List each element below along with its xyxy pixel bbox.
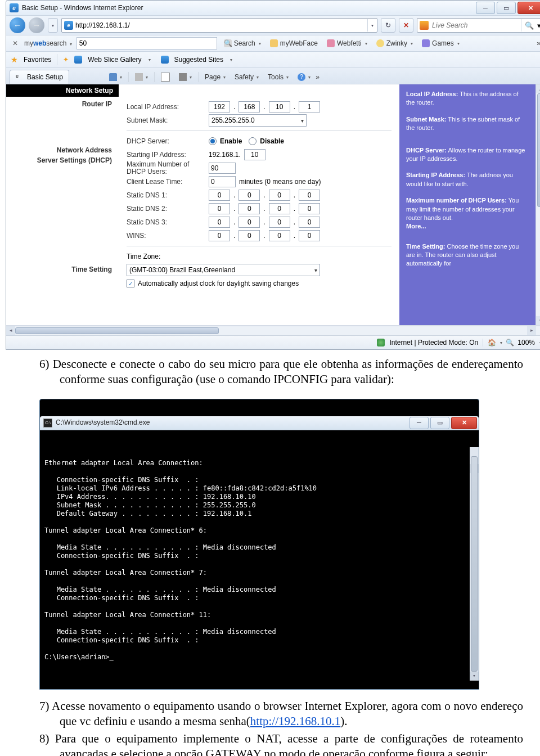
dns3-c[interactable]	[269, 217, 290, 228]
search-dropdown[interactable]: ▾	[537, 21, 540, 30]
toolbar-close-button[interactable]: ✕	[11, 39, 20, 47]
tb-search[interactable]: 🔍Search▾	[222, 39, 263, 47]
tb-webfetti[interactable]: Webfetti▾	[325, 39, 370, 47]
url-dropdown-icon[interactable]: ▾	[367, 19, 377, 32]
scroll-up-button[interactable]: ▴	[536, 84, 540, 93]
cmd-maximize[interactable]: ▭	[430, 417, 449, 429]
mws-search-input[interactable]	[76, 37, 217, 50]
print-button[interactable]: ▾	[175, 70, 196, 84]
dns3-a[interactable]	[209, 217, 230, 228]
minimize-button[interactable]: ─	[476, 2, 495, 14]
dns1-b[interactable]	[238, 190, 260, 201]
window-title: Basic Setup - Windows Internet Explorer	[22, 4, 476, 12]
safety-menu[interactable]: Safety▾	[231, 70, 263, 84]
search-go-button[interactable]: 🔍	[521, 19, 537, 32]
mail-button[interactable]	[157, 70, 174, 84]
dns3-label: Static DNS 3:	[127, 218, 205, 226]
zoom-icon[interactable]: 🔍	[506, 339, 514, 346]
cmd-scrollbar[interactable]: ▴ ▾	[470, 447, 479, 681]
wins-a[interactable]	[209, 230, 230, 241]
ip-octet-1[interactable]	[209, 101, 230, 112]
horizontal-scrollbar[interactable]: ◂ ▸	[6, 326, 540, 335]
search-provider-icon	[420, 21, 429, 30]
tb-mywebface[interactable]: myWebFace	[268, 39, 320, 47]
toolbar-overflow-button[interactable]: »	[537, 39, 540, 47]
favorites-star-icon[interactable]: ★	[11, 55, 18, 64]
tb-zwinky[interactable]: Zwinky▾	[374, 39, 415, 47]
wins-b[interactable]	[238, 230, 260, 241]
cmd-minimize[interactable]: ─	[410, 417, 429, 429]
help-button[interactable]: ?▾	[294, 70, 314, 84]
dst-checkbox[interactable]: ✓	[127, 280, 134, 287]
stop-button[interactable]: ✕	[399, 18, 413, 33]
dns2-label: Static DNS 2:	[127, 205, 205, 213]
tz-label: Time Zone:	[127, 253, 160, 260]
ip-octet-2[interactable]	[238, 101, 260, 112]
dhcp-enable-radio[interactable]	[209, 137, 217, 145]
feeds-button[interactable]: ▾	[131, 70, 152, 84]
hscroll-left[interactable]: ◂	[6, 326, 15, 335]
maximize-button[interactable]: ▭	[497, 2, 516, 14]
page-menu[interactable]: Page▾	[201, 70, 230, 84]
webslice-icon	[74, 56, 82, 64]
add-to-bar-icon[interactable]: ✦	[63, 56, 69, 64]
ip-octet-3[interactable]	[269, 101, 290, 112]
scroll-thumb[interactable]	[537, 93, 540, 207]
dns2-b[interactable]	[238, 203, 260, 214]
dns1-c[interactable]	[269, 190, 290, 201]
url-input[interactable]	[75, 20, 367, 31]
mywebsearch-toolbar: ✕ mywebsearch ▾ 🔍Search▾ myWebFace Webfe…	[6, 35, 540, 52]
cmd-scroll-thumb[interactable]	[471, 456, 478, 672]
tab-basic-setup[interactable]: e Basic Setup	[10, 70, 69, 84]
timezone-select[interactable]: (GMT-03:00) Brazil East,Greenland	[127, 264, 320, 276]
vertical-scrollbar[interactable]: ▴ ▾	[536, 84, 540, 325]
start-ip-input[interactable]	[244, 149, 266, 160]
instruction-text-6: 6) Desconecte e conecte o cabo do seu mi…	[6, 353, 540, 395]
scroll-down-button[interactable]: ▾	[536, 316, 540, 325]
enable-label: Enable	[220, 137, 242, 145]
close-button[interactable]: ✕	[518, 2, 540, 14]
subnet-select[interactable]: 255.255.255.0	[209, 114, 307, 127]
refresh-button[interactable]: ↻	[381, 18, 395, 33]
dns1-d[interactable]	[299, 190, 320, 201]
search-box[interactable]: 🔍 ▾	[417, 18, 540, 33]
fav-suggested[interactable]: Suggested Sites	[174, 56, 223, 64]
separator	[57, 54, 57, 65]
mywebsearch-logo[interactable]: mywebsearch ▾	[24, 39, 72, 47]
tb-games[interactable]: Games▾	[420, 39, 462, 47]
address-bar[interactable]: e ▾	[61, 18, 377, 33]
security-shield-icon	[377, 339, 385, 346]
lease-input[interactable]	[209, 176, 236, 187]
cmd-scroll-down[interactable]: ▾	[470, 672, 479, 681]
hscroll-right[interactable]: ▸	[527, 326, 536, 335]
ip-link[interactable]: http://192.168.10.1	[250, 714, 340, 728]
favorites-label[interactable]: Favorites	[24, 56, 51, 64]
games-icon	[422, 39, 430, 47]
dhcp-disable-radio[interactable]	[249, 137, 256, 145]
hscroll-thumb[interactable]	[15, 327, 219, 334]
back-button[interactable]: ←	[10, 17, 25, 33]
more-link[interactable]: More...	[406, 223, 426, 230]
fav-webslice[interactable]: Web Slice Gallery	[88, 56, 141, 64]
dns1-a[interactable]	[209, 190, 230, 201]
wins-c[interactable]	[269, 230, 290, 241]
forward-button[interactable]: →	[29, 17, 44, 33]
tools-menu[interactable]: Tools▾	[264, 70, 292, 84]
home-button[interactable]: ▾	[105, 70, 126, 84]
dns3-d[interactable]	[299, 217, 320, 228]
cmdbar-overflow[interactable]: »	[316, 73, 320, 81]
favorites-bar: ★ Favorites ✦ Web Slice Gallery▾ Suggest…	[6, 52, 540, 68]
dns2-a[interactable]	[209, 203, 230, 214]
dhcp-heading-line2: Server Settings (DHCP)	[6, 155, 119, 168]
cmd-close[interactable]: ✕	[451, 417, 477, 429]
search-input[interactable]	[431, 19, 521, 32]
nav-history-dropdown[interactable]: ▾	[48, 18, 58, 33]
dns2-d[interactable]	[299, 203, 320, 214]
wins-d[interactable]	[299, 230, 320, 241]
webfetti-icon	[327, 39, 335, 47]
wins-label: WINS:	[127, 232, 205, 240]
dns2-c[interactable]	[269, 203, 290, 214]
dns3-b[interactable]	[238, 217, 260, 228]
max-users-input[interactable]	[209, 163, 236, 174]
ip-octet-4[interactable]	[299, 101, 320, 112]
